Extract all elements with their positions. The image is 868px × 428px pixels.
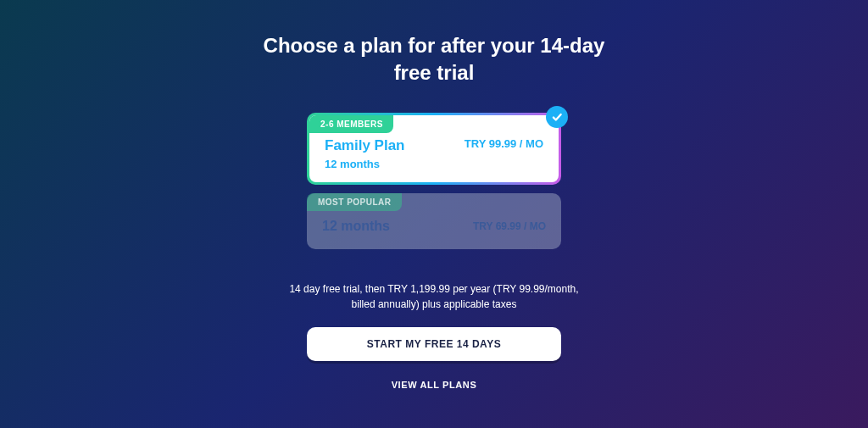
plan-price: TRY 99.99 / MO [465, 137, 543, 150]
start-trial-button[interactable]: START MY FREE 14 DAYS [307, 327, 561, 361]
plan-card-family[interactable]: 2-6 MEMBERS Family Plan 12 months TRY 99… [307, 113, 561, 185]
view-all-plans-link[interactable]: VIEW ALL PLANS [392, 380, 477, 390]
check-icon [546, 106, 568, 128]
plan-card-twelve-months[interactable]: MOST POPULAR 12 months TRY 69.99 / MO [307, 193, 561, 249]
disclaimer-text: 14 day free trial, then TRY 1,199.99 per… [281, 281, 587, 312]
plan-price: TRY 69.99 / MO [473, 220, 546, 232]
plan-info: Family Plan 12 months [325, 137, 404, 170]
page-title: Choose a plan for after your 14-dayfree … [264, 32, 605, 87]
plan-duration: 12 months [322, 219, 390, 234]
plan-badge-popular: MOST POPULAR [307, 193, 402, 211]
plan-badge-members: 2-6 MEMBERS [309, 115, 393, 133]
plan-duration: 12 months [325, 158, 404, 170]
plan-name: Family Plan [325, 137, 404, 154]
